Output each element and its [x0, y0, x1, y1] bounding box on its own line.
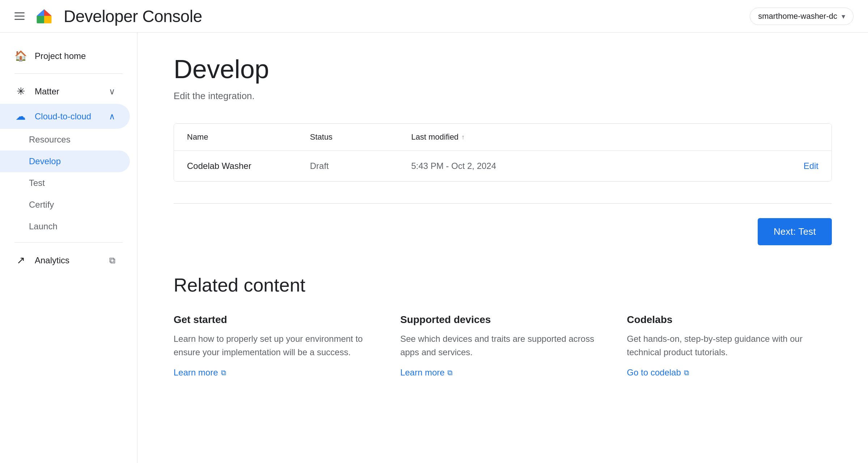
- svg-rect-6: [37, 16, 44, 23]
- section-divider: [174, 203, 832, 204]
- cell-name: Codelab Washer: [187, 161, 310, 171]
- cloud-icon: ☁: [14, 110, 27, 122]
- related-card-codelabs-title: Codelabs: [627, 314, 832, 326]
- matter-expand-icon: ∨: [109, 86, 115, 97]
- sidebar-sub-label-certify: Certify: [29, 200, 54, 210]
- app-title: Developer Console: [64, 7, 202, 26]
- related-card-get-started: Get started Learn how to properly set up…: [174, 314, 379, 378]
- sidebar-divider-1: [14, 73, 123, 74]
- related-card-supported-link[interactable]: Learn more ⧉: [400, 368, 605, 378]
- table-header: Name Status Last modified ↑: [174, 124, 831, 151]
- action-row: Next: Test: [174, 218, 832, 245]
- next-test-button[interactable]: Next: Test: [758, 218, 832, 245]
- sidebar-sub-label-test: Test: [29, 178, 45, 188]
- sidebar-sub-label-launch: Launch: [29, 221, 58, 232]
- sidebar-item-matter-label: Matter: [35, 86, 101, 97]
- col-header-status: Status: [310, 132, 411, 142]
- related-card-supported-title: Supported devices: [400, 314, 605, 326]
- analytics-icon: ↗: [14, 254, 27, 266]
- related-card-codelabs-link[interactable]: Go to codelab ⧉: [627, 368, 832, 378]
- sidebar-item-test[interactable]: Test: [0, 172, 130, 194]
- google-home-logo: [35, 7, 54, 26]
- sidebar-item-launch[interactable]: Launch: [0, 216, 130, 237]
- matter-icon: ✳: [14, 85, 27, 97]
- sidebar-item-analytics[interactable]: ↗ Analytics ⧉: [0, 248, 130, 273]
- page-subtitle: Edit the integration.: [174, 90, 832, 102]
- col-header-name: Name: [187, 132, 310, 142]
- sidebar-item-certify[interactable]: Certify: [0, 194, 130, 216]
- cell-status: Draft: [310, 161, 411, 171]
- sidebar-item-label: Project home: [35, 51, 115, 61]
- edit-link[interactable]: Edit: [804, 161, 818, 171]
- sidebar-item-cloud-to-cloud[interactable]: ☁ Cloud-to-cloud ∧: [0, 104, 130, 129]
- cell-last-modified: 5:43 PM - Oct 2, 2024: [411, 161, 804, 171]
- external-link-icon-supported: ⧉: [447, 369, 452, 377]
- related-content-title: Related content: [174, 274, 832, 296]
- home-icon: 🏠: [14, 50, 27, 62]
- main-layout: 🏠 Project home ✳ Matter ∨ ☁ Cloud-to-clo…: [0, 33, 868, 463]
- page-title: Develop: [174, 54, 832, 84]
- app-header: Developer Console smarthome-washer-dc ▾: [0, 0, 868, 33]
- related-card-get-started-title: Get started: [174, 314, 379, 326]
- main-content: Develop Edit the integration. Name Statu…: [137, 33, 868, 463]
- related-card-supported-link-label: Learn more: [400, 368, 445, 378]
- sidebar-item-develop[interactable]: Develop: [0, 150, 130, 172]
- sidebar-item-resources[interactable]: Resources: [0, 129, 130, 150]
- sidebar-item-cloud-label: Cloud-to-cloud: [35, 111, 101, 122]
- sidebar: 🏠 Project home ✳ Matter ∨ ☁ Cloud-to-clo…: [0, 33, 137, 463]
- related-card-codelabs-desc: Get hands-on, step-by-step guidance with…: [627, 332, 832, 359]
- related-card-codelabs-link-label: Go to codelab: [627, 368, 681, 378]
- sidebar-analytics-label: Analytics: [35, 255, 101, 266]
- table-row: Codelab Washer Draft 5:43 PM - Oct 2, 20…: [174, 151, 831, 181]
- analytics-external-icon: ⧉: [109, 255, 115, 266]
- sidebar-item-matter[interactable]: ✳ Matter ∨: [0, 79, 130, 104]
- sidebar-sub-label-resources: Resources: [29, 135, 71, 145]
- sidebar-sub-label-develop: Develop: [29, 156, 61, 166]
- integrations-table: Name Status Last modified ↑ Codelab Wash…: [174, 123, 832, 182]
- related-card-get-started-link-label: Learn more: [174, 368, 218, 378]
- related-card-supported-desc: See which devices and traits are support…: [400, 332, 605, 359]
- header-left: Developer Console: [14, 7, 202, 26]
- project-selector-value: smarthome-washer-dc: [758, 12, 837, 21]
- related-card-get-started-link[interactable]: Learn more ⧉: [174, 368, 379, 378]
- related-card-get-started-desc: Learn how to properly set up your enviro…: [174, 332, 379, 359]
- external-link-icon-codelabs: ⧉: [684, 369, 689, 377]
- col-header-modified-text: Last modified: [411, 132, 459, 142]
- related-cards: Get started Learn how to properly set up…: [174, 314, 832, 378]
- sort-ascending-icon[interactable]: ↑: [461, 133, 465, 141]
- svg-rect-7: [44, 16, 52, 23]
- project-selector[interactable]: smarthome-washer-dc ▾: [750, 8, 854, 25]
- chevron-down-icon: ▾: [842, 12, 845, 21]
- sidebar-divider-2: [14, 242, 123, 243]
- related-card-supported-devices: Supported devices See which devices and …: [400, 314, 605, 378]
- related-card-codelabs: Codelabs Get hands-on, step-by-step guid…: [627, 314, 832, 378]
- cloud-collapse-icon: ∧: [109, 111, 115, 122]
- menu-button[interactable]: [14, 12, 25, 20]
- sidebar-item-project-home[interactable]: 🏠 Project home: [0, 43, 130, 68]
- external-link-icon-get-started: ⧉: [221, 369, 226, 377]
- col-header-modified: Last modified ↑: [411, 132, 818, 142]
